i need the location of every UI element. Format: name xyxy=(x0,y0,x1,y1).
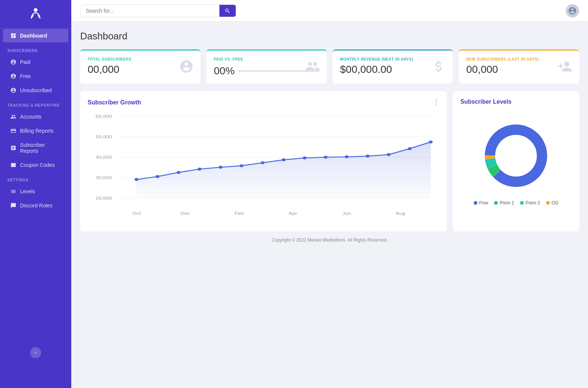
svg-point-30 xyxy=(408,147,412,150)
donut-chart-container: Free Prem 1 Prem 2 OG xyxy=(460,111,572,213)
sidebar-item-accounts[interactable]: Accounts xyxy=(3,110,68,123)
sidebar-collapse-button[interactable]: ‹ xyxy=(30,347,41,358)
subscriber-growth-card: Subscriber Growth ⋮ 60,000 50,000 xyxy=(80,91,447,232)
person-add-icon xyxy=(558,59,572,75)
charts-row: Subscriber Growth ⋮ 60,000 50,000 xyxy=(80,91,579,232)
svg-text:40,000: 40,000 xyxy=(96,155,112,160)
paid-vs-free-value: 00% xyxy=(214,65,235,77)
accounts-icon xyxy=(10,114,16,120)
svg-text:60,000: 60,000 xyxy=(96,114,112,119)
sidebar-item-coupon-codes-label: Coupon Codes xyxy=(20,162,55,168)
chart-menu-icon[interactable]: ⋮ xyxy=(433,98,440,107)
footer-text: Copyright © 2022 Market Meditations. All… xyxy=(272,237,388,243)
people-icon xyxy=(305,59,320,75)
tracking-section-label: TRACKING & REPORTING xyxy=(0,97,71,110)
svg-point-20 xyxy=(197,168,202,171)
topbar xyxy=(71,0,588,22)
subscriber-reports-icon xyxy=(10,145,16,151)
svg-text:Aug: Aug xyxy=(396,211,405,216)
total-subscribers-value: 00,000 xyxy=(88,64,193,75)
sidebar-item-dashboard-label: Dashboard xyxy=(20,33,47,39)
stat-card-new-subscribers: NEW SUBSCRIBERS (LAST 30 DAYS) 00,000 xyxy=(459,49,579,84)
svg-text:Jun: Jun xyxy=(342,211,351,216)
svg-point-21 xyxy=(219,166,223,169)
logo-icon xyxy=(28,7,43,22)
sidebar-item-levels[interactable]: Levels xyxy=(3,185,68,198)
monthly-revenue-value: $00,000.00 xyxy=(340,64,445,75)
legend-prem2-label: Prem 2 xyxy=(526,200,540,206)
monthly-revenue-label: MONTHLY REVENUE (NEXT 30 DAYS) xyxy=(340,57,445,61)
search-container xyxy=(80,4,236,17)
footer: Copyright © 2022 Market Meditations. All… xyxy=(80,232,579,249)
sidebar-item-billing-reports[interactable]: Billing Reports xyxy=(3,124,68,138)
legend-free: Free xyxy=(474,200,489,206)
coupon-icon xyxy=(10,162,16,168)
legend-dot-og xyxy=(546,201,550,205)
svg-point-36 xyxy=(495,135,537,177)
stat-card-paid-vs-free: PAID VS. FREE 00% xyxy=(206,49,327,84)
line-chart-svg: 60,000 50,000 40,000 30,000 20,000 Oct D… xyxy=(88,113,440,224)
svg-text:Feb: Feb xyxy=(235,211,244,216)
sidebar-item-unsubscribed-label: Unsubscribed xyxy=(20,87,52,93)
paid-vs-free-label: PAID VS. FREE xyxy=(214,57,319,61)
avatar-icon xyxy=(568,6,577,15)
legend-dot-prem1 xyxy=(494,201,498,205)
new-subscribers-value: 00,000 xyxy=(466,64,572,75)
dashboard-icon xyxy=(10,33,16,39)
subscriber-levels-title: Subscriber Levels xyxy=(460,98,572,105)
sidebar: Dashboard SUBSCRIBERS Paid Free Unsubscr… xyxy=(0,0,71,388)
svg-point-22 xyxy=(239,164,244,167)
sidebar-item-dashboard[interactable]: Dashboard xyxy=(3,29,68,42)
sidebar-item-free[interactable]: Free xyxy=(3,69,68,83)
billing-icon xyxy=(10,128,16,134)
legend-dot-free xyxy=(474,201,477,205)
new-subscribers-label: NEW SUBSCRIBERS (LAST 30 DAYS) xyxy=(466,57,572,61)
search-input[interactable] xyxy=(81,5,219,17)
sidebar-item-coupon-codes[interactable]: Coupon Codes xyxy=(3,158,68,172)
stat-cards-grid: TOTAL SUBSCRIBERS 00,000 PAID VS. FREE 0… xyxy=(80,49,579,84)
page-title: Dashboard xyxy=(80,30,579,42)
discord-icon xyxy=(10,203,16,208)
free-icon xyxy=(10,73,16,79)
legend-og: OG xyxy=(546,200,559,206)
svg-point-0 xyxy=(34,8,37,12)
svg-text:Apr: Apr xyxy=(289,211,297,216)
sidebar-item-discord-roles-label: Discord Roles xyxy=(20,203,52,208)
sidebar-item-free-label: Free xyxy=(20,73,31,79)
sidebar-item-levels-label: Levels xyxy=(20,188,35,194)
avatar[interactable] xyxy=(566,4,579,17)
donut-chart-svg xyxy=(479,119,553,193)
sidebar-item-subscriber-reports[interactable]: Subscriber Reports xyxy=(3,138,68,158)
search-icon xyxy=(225,8,231,14)
sidebar-item-accounts-label: Accounts xyxy=(20,114,42,120)
svg-point-18 xyxy=(156,175,160,178)
svg-text:Dec: Dec xyxy=(180,211,190,216)
legend-prem1: Prem 1 xyxy=(494,200,514,206)
svg-point-29 xyxy=(387,153,391,156)
sidebar-item-discord-roles[interactable]: Discord Roles xyxy=(3,199,68,212)
svg-text:20,000: 20,000 xyxy=(96,196,112,201)
svg-point-26 xyxy=(324,156,328,159)
svg-point-27 xyxy=(345,155,349,158)
subscriber-levels-card: Subscriber Levels xyxy=(453,91,579,232)
stat-card-monthly-revenue: MONTHLY REVENUE (NEXT 30 DAYS) $00,000.0… xyxy=(333,49,453,84)
total-subscribers-label: TOTAL SUBSCRIBERS xyxy=(88,57,193,61)
sidebar-item-paid[interactable]: Paid xyxy=(3,55,68,69)
dollar-icon xyxy=(431,59,446,75)
sidebar-item-unsubscribed[interactable]: Unsubscribed xyxy=(3,84,68,97)
svg-point-25 xyxy=(303,156,307,159)
paid-icon xyxy=(10,59,16,65)
sidebar-item-paid-label: Paid xyxy=(20,59,30,65)
svg-point-17 xyxy=(134,178,138,181)
subscribers-section-label: SUBSCRIBERS xyxy=(0,43,71,55)
sidebar-item-billing-reports-label: Billing Reports xyxy=(20,128,53,134)
svg-point-31 xyxy=(429,140,433,143)
stat-card-total-subscribers: TOTAL SUBSCRIBERS 00,000 xyxy=(80,49,200,84)
levels-icon xyxy=(10,188,16,194)
main-content: Dashboard TOTAL SUBSCRIBERS 00,000 PAID … xyxy=(71,0,588,388)
content-area: Dashboard TOTAL SUBSCRIBERS 00,000 PAID … xyxy=(71,22,588,388)
svg-point-23 xyxy=(261,161,265,164)
search-button[interactable] xyxy=(219,5,236,17)
legend-free-label: Free xyxy=(479,200,489,206)
legend-prem2: Prem 2 xyxy=(520,200,540,206)
